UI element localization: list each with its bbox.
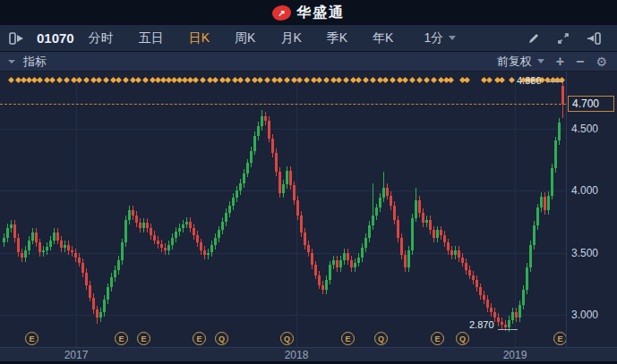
candle-body: [146, 223, 149, 228]
dividend-dot[interactable]: [103, 77, 109, 83]
min-price-label: 2.870: [469, 319, 494, 330]
candle-body: [479, 287, 482, 294]
dividend-dot[interactable]: [56, 77, 63, 83]
candle-body: [3, 238, 5, 243]
dividend-dot[interactable]: [277, 77, 283, 83]
dividend-dot[interactable]: [402, 77, 408, 83]
event-marker-E[interactable]: E: [25, 332, 39, 345]
tab-minute-line[interactable]: 分时: [89, 30, 114, 47]
dividend-dot[interactable]: [316, 77, 322, 83]
candle-body: [354, 263, 356, 268]
candlestick-chart[interactable]: EEEEQQEQEQE4.8802.870: [0, 72, 566, 347]
event-marker-Q[interactable]: Q: [374, 332, 388, 345]
dividend-dot[interactable]: [370, 77, 376, 83]
dividend-dot[interactable]: [96, 77, 102, 83]
dividend-dot[interactable]: [382, 77, 389, 83]
dividend-dot[interactable]: [284, 77, 290, 83]
dividend-dot[interactable]: [237, 77, 244, 83]
candle-body: [228, 206, 231, 213]
dividend-dot[interactable]: [509, 77, 515, 83]
candle-body: [361, 248, 364, 258]
tab-five-day[interactable]: 五日: [139, 30, 164, 47]
event-marker-E[interactable]: E: [193, 332, 206, 345]
candle-body: [293, 185, 296, 200]
candle-body: [472, 275, 475, 281]
dividend-dot[interactable]: [116, 77, 122, 83]
tab-quarterly-k[interactable]: 季K: [327, 30, 347, 47]
interval-selector[interactable]: 1分: [424, 30, 456, 47]
dividend-dot[interactable]: [64, 77, 70, 83]
candle-body: [382, 188, 385, 198]
dividend-dot[interactable]: [409, 77, 416, 83]
dividend-dot[interactable]: [76, 77, 82, 83]
event-marker-E[interactable]: E: [431, 332, 444, 345]
event-marker-E[interactable]: E: [553, 332, 566, 345]
dividend-dot[interactable]: [363, 77, 369, 83]
zoom-in-button[interactable]: +: [556, 55, 564, 69]
dividend-dot[interactable]: [193, 77, 199, 83]
dividend-dot[interactable]: [135, 77, 141, 83]
dividend-dot[interactable]: [431, 77, 437, 83]
dividend-dot[interactable]: [304, 77, 310, 83]
dividend-dot[interactable]: [83, 77, 90, 83]
dividend-dot[interactable]: [323, 77, 330, 83]
settings-gear-icon[interactable]: ⚙: [596, 55, 607, 68]
event-marker-E[interactable]: E: [137, 332, 150, 345]
candle-body: [533, 225, 536, 245]
event-marker-Q[interactable]: Q: [215, 332, 228, 345]
event-marker-Q[interactable]: Q: [280, 332, 294, 345]
candle-body: [343, 253, 346, 260]
tab-yearly-k[interactable]: 年K: [373, 30, 393, 47]
event-marker-E[interactable]: E: [115, 332, 128, 345]
dividend-dot[interactable]: [448, 77, 454, 83]
dividend-dot[interactable]: [257, 77, 263, 83]
draw-pencil-icon[interactable]: [527, 32, 540, 45]
price-axis-label: 3.000: [571, 309, 598, 321]
price-axis-current-label: 4.700: [568, 96, 614, 112]
indicator-label[interactable]: 指标: [23, 54, 47, 70]
dividend-dot[interactable]: [464, 77, 470, 83]
dividend-dot[interactable]: [225, 77, 231, 83]
dividend-dot[interactable]: [296, 77, 303, 83]
event-marker-Q[interactable]: Q: [456, 332, 469, 345]
dock-right-icon[interactable]: [587, 32, 601, 45]
candle-body: [74, 253, 77, 258]
candle-body: [13, 224, 16, 238]
indicator-collapse-icon[interactable]: [8, 60, 15, 63]
candle-body: [89, 285, 91, 298]
candle-body: [239, 183, 242, 190]
candle-body: [418, 200, 421, 213]
dividend-dot[interactable]: [37, 77, 43, 83]
dividend-dot[interactable]: [499, 77, 505, 83]
dividend-dot[interactable]: [8, 77, 14, 83]
stock-chart-window: ↗ 华盛通 01070 分时 五日 日K 周K 月K 季K 年K 1分: [0, 0, 617, 364]
dividend-dot[interactable]: [264, 77, 270, 83]
collapse-left-icon[interactable]: [9, 32, 24, 45]
dividend-dot[interactable]: [336, 77, 342, 83]
dividend-dot[interactable]: [142, 77, 149, 83]
tab-daily-k[interactable]: 日K: [189, 30, 210, 47]
event-marker-E[interactable]: E: [341, 332, 355, 345]
dividend-dot[interactable]: [343, 77, 349, 83]
candle-body: [243, 174, 245, 183]
dividend-dot[interactable]: [356, 77, 362, 83]
dividend-dot[interactable]: [486, 77, 493, 83]
zoom-out-button[interactable]: −: [576, 55, 584, 69]
tab-weekly-k[interactable]: 周K: [235, 30, 255, 47]
dividend-dot[interactable]: [424, 77, 430, 83]
current-price-line: [0, 104, 566, 105]
fullscreen-icon[interactable]: [557, 32, 570, 45]
dividend-dot[interactable]: [123, 77, 129, 83]
candle-body: [31, 233, 34, 240]
dividend-dot[interactable]: [200, 77, 206, 83]
dividend-dot[interactable]: [49, 77, 56, 83]
tab-monthly-k[interactable]: 月K: [280, 30, 301, 47]
dividend-dot[interactable]: [244, 77, 251, 83]
dividend-dot[interactable]: [212, 77, 219, 83]
candle-body: [454, 250, 457, 256]
candle-body: [214, 238, 217, 245]
adjustment-selector[interactable]: 前复权: [497, 54, 544, 70]
max-price-label: 4.880: [517, 75, 542, 86]
dividend-dot[interactable]: [390, 77, 396, 83]
dividend-dot[interactable]: [416, 77, 423, 83]
